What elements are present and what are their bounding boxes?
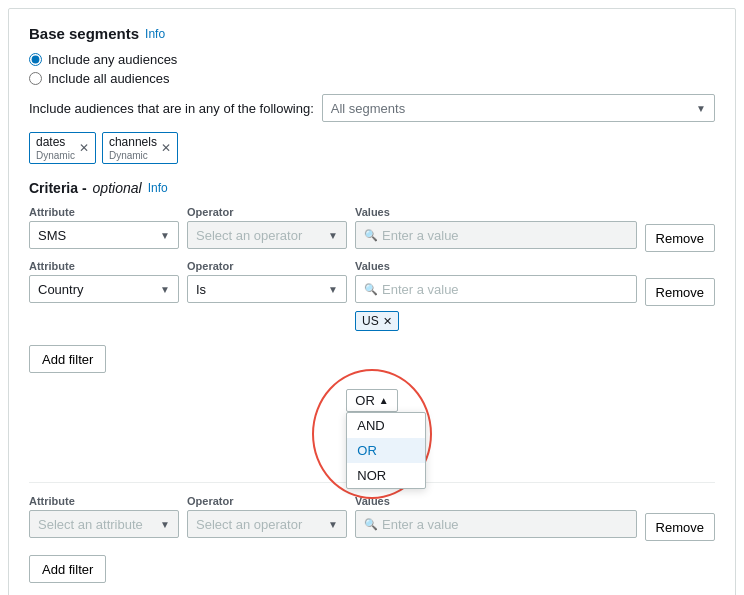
base-segments-info[interactable]: Info (145, 27, 165, 41)
op-label-2: Operator (187, 260, 347, 272)
val-col-2: Values 🔍 Enter a value US ✕ (355, 260, 637, 331)
op-col-1: Operator Select an operator ▼ (187, 206, 347, 249)
connector-menu: AND OR NOR (346, 412, 426, 489)
operator-value-2: Is (196, 282, 206, 297)
attr-label-1: Attribute (29, 206, 179, 218)
value-placeholder-2: Enter a value (382, 282, 459, 297)
channels-tag-sub: Dynamic (109, 150, 157, 161)
search-icon: 🔍 (364, 518, 378, 531)
attribute-select-3[interactable]: Select an attribute ▼ (29, 510, 179, 538)
chevron-down-icon: ▼ (696, 103, 706, 114)
remove-col-1: Remove (645, 206, 715, 252)
chevron-down-icon: ▼ (160, 519, 170, 530)
include-label: Include audiences that are in any of the… (29, 101, 314, 116)
filter-row-1: Attribute SMS ▼ Operator Select an opera… (29, 206, 715, 252)
criteria-title-text: Criteria - (29, 180, 87, 196)
radio-all[interactable]: Include all audiences (29, 71, 715, 86)
val-col-1: Values 🔍 Enter a value (355, 206, 637, 249)
attr-label-3: Attribute (29, 495, 179, 507)
channels-tag-close-icon[interactable]: ✕ (161, 141, 171, 155)
search-icon: 🔍 (364, 229, 378, 242)
value-input-1[interactable]: 🔍 Enter a value (355, 221, 637, 249)
attribute-placeholder-3: Select an attribute (38, 517, 143, 532)
attribute-select-2[interactable]: Country ▼ (29, 275, 179, 303)
base-segments-section: Base segments Info (29, 25, 715, 42)
attribute-select-1[interactable]: SMS ▼ (29, 221, 179, 249)
include-row: Include audiences that are in any of the… (29, 94, 715, 122)
dates-tag-sub: Dynamic (36, 150, 75, 161)
filter-row-2: Attribute Country ▼ Operator Is ▼ Values… (29, 260, 715, 331)
op-label-1: Operator (187, 206, 347, 218)
op-col-3: Operator Select an operator ▼ (187, 495, 347, 538)
channels-tag: channels Dynamic ✕ (102, 132, 178, 164)
chevron-down-icon: ▼ (328, 519, 338, 530)
value-input-2[interactable]: 🔍 Enter a value (355, 275, 637, 303)
operator-select-2[interactable]: Is ▼ (187, 275, 347, 303)
base-segments-title: Base segments (29, 25, 139, 42)
connector-option-nor[interactable]: NOR (347, 463, 425, 488)
chevron-down-icon: ▼ (328, 284, 338, 295)
page-container: Base segments Info Include any audiences… (8, 8, 736, 595)
op-col-2: Operator Is ▼ (187, 260, 347, 303)
filter-row-3: Attribute Select an attribute ▼ Operator… (29, 495, 715, 541)
radio-all-label: Include all audiences (48, 71, 169, 86)
attr-col-1: Attribute SMS ▼ (29, 206, 179, 249)
chevron-down-icon: ▼ (160, 284, 170, 295)
dates-tag-close-icon[interactable]: ✕ (79, 141, 89, 155)
remove-col-3: Remove (645, 495, 715, 541)
second-criteria-group: Attribute Select an attribute ▼ Operator… (29, 482, 715, 595)
value-placeholder-3: Enter a value (382, 517, 459, 532)
all-segments-dropdown[interactable]: All segments ▼ (322, 94, 715, 122)
remove-button-2[interactable]: Remove (645, 278, 715, 306)
op-label-3: Operator (187, 495, 347, 507)
dates-tag-name: dates (36, 135, 65, 149)
connector-option-and[interactable]: AND (347, 413, 425, 438)
val-label-3: Values (355, 495, 637, 507)
remove-col-2: Remove (645, 260, 715, 306)
us-tag: US ✕ (355, 311, 399, 331)
chevron-up-icon: ▲ (379, 395, 389, 406)
criteria-info[interactable]: Info (148, 181, 168, 195)
connector-dropdown[interactable]: OR ▲ AND OR NOR (346, 389, 397, 412)
chevron-down-icon: ▼ (328, 230, 338, 241)
connector-area: OR ▲ AND OR NOR (29, 389, 715, 412)
value-input-3[interactable]: 🔍 Enter a value (355, 510, 637, 538)
val-label-2: Values (355, 260, 637, 272)
connector-button[interactable]: OR ▲ (346, 389, 397, 412)
radio-any-label: Include any audiences (48, 52, 177, 67)
remove-button-1[interactable]: Remove (645, 224, 715, 252)
radio-any[interactable]: Include any audiences (29, 52, 715, 67)
operator-placeholder-1: Select an operator (196, 228, 302, 243)
operator-placeholder-3: Select an operator (196, 517, 302, 532)
connector-option-or[interactable]: OR (347, 438, 425, 463)
connector-current-value: OR (355, 393, 375, 408)
attr-col-2: Attribute Country ▼ (29, 260, 179, 303)
all-segments-placeholder: All segments (331, 101, 405, 116)
channels-tag-name: channels (109, 135, 157, 149)
operator-select-1[interactable]: Select an operator ▼ (187, 221, 347, 249)
add-filter-button-1[interactable]: Add filter (29, 345, 106, 373)
radio-group: Include any audiences Include all audien… (29, 52, 715, 86)
us-tag-value: US (362, 314, 379, 328)
search-icon: 🔍 (364, 283, 378, 296)
remove-button-3[interactable]: Remove (645, 513, 715, 541)
attribute-value-2: Country (38, 282, 84, 297)
criteria-title: Criteria - optional Info (29, 180, 715, 196)
dates-tag: dates Dynamic ✕ (29, 132, 96, 164)
criteria-section: Criteria - optional Info Attribute SMS ▼… (29, 180, 715, 595)
us-tag-close-icon[interactable]: ✕ (383, 315, 392, 328)
add-filter-button-2[interactable]: Add filter (29, 555, 106, 583)
val-label-1: Values (355, 206, 637, 218)
attr-col-3: Attribute Select an attribute ▼ (29, 495, 179, 538)
attribute-value-1: SMS (38, 228, 66, 243)
tags-row: dates Dynamic ✕ channels Dynamic ✕ (29, 132, 715, 164)
criteria-optional-text: optional (93, 180, 142, 196)
attr-label-2: Attribute (29, 260, 179, 272)
operator-select-3[interactable]: Select an operator ▼ (187, 510, 347, 538)
chevron-down-icon: ▼ (160, 230, 170, 241)
val-col-3: Values 🔍 Enter a value (355, 495, 637, 538)
value-placeholder-1: Enter a value (382, 228, 459, 243)
